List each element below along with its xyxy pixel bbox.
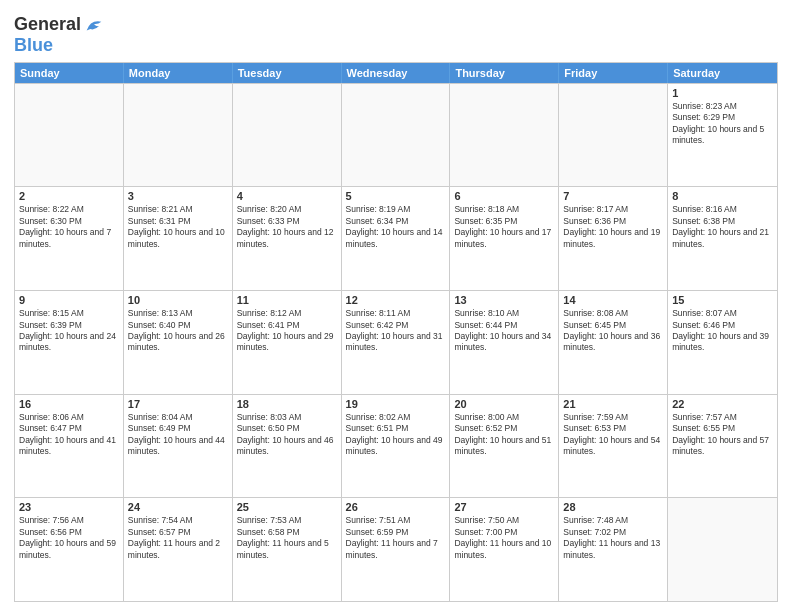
day-info: Sunrise: 8:16 AM Sunset: 6:38 PM Dayligh… bbox=[672, 204, 773, 250]
calendar-cell-6: 6Sunrise: 8:18 AM Sunset: 6:35 PM Daylig… bbox=[450, 187, 559, 290]
day-info: Sunrise: 8:23 AM Sunset: 6:29 PM Dayligh… bbox=[672, 101, 773, 147]
day-info: Sunrise: 8:19 AM Sunset: 6:34 PM Dayligh… bbox=[346, 204, 446, 250]
calendar-cell-empty-4-6 bbox=[668, 498, 777, 601]
calendar: SundayMondayTuesdayWednesdayThursdayFrid… bbox=[14, 62, 778, 602]
calendar-cell-10: 10Sunrise: 8:13 AM Sunset: 6:40 PM Dayli… bbox=[124, 291, 233, 394]
calendar-header: SundayMondayTuesdayWednesdayThursdayFrid… bbox=[15, 63, 777, 83]
day-info: Sunrise: 8:10 AM Sunset: 6:44 PM Dayligh… bbox=[454, 308, 554, 354]
day-info: Sunrise: 8:15 AM Sunset: 6:39 PM Dayligh… bbox=[19, 308, 119, 354]
day-info: Sunrise: 7:56 AM Sunset: 6:56 PM Dayligh… bbox=[19, 515, 119, 561]
calendar-cell-18: 18Sunrise: 8:03 AM Sunset: 6:50 PM Dayli… bbox=[233, 395, 342, 498]
day-info: Sunrise: 8:06 AM Sunset: 6:47 PM Dayligh… bbox=[19, 412, 119, 458]
calendar-cell-empty-0-0 bbox=[15, 84, 124, 187]
calendar-cell-1: 1Sunrise: 8:23 AM Sunset: 6:29 PM Daylig… bbox=[668, 84, 777, 187]
calendar-cell-empty-0-3 bbox=[342, 84, 451, 187]
header-day-thursday: Thursday bbox=[450, 63, 559, 83]
calendar-cell-empty-0-2 bbox=[233, 84, 342, 187]
calendar-row-2: 9Sunrise: 8:15 AM Sunset: 6:39 PM Daylig… bbox=[15, 290, 777, 394]
day-number: 24 bbox=[128, 501, 228, 513]
day-number: 10 bbox=[128, 294, 228, 306]
calendar-row-3: 16Sunrise: 8:06 AM Sunset: 6:47 PM Dayli… bbox=[15, 394, 777, 498]
day-info: Sunrise: 7:54 AM Sunset: 6:57 PM Dayligh… bbox=[128, 515, 228, 561]
calendar-cell-11: 11Sunrise: 8:12 AM Sunset: 6:41 PM Dayli… bbox=[233, 291, 342, 394]
calendar-cell-empty-0-5 bbox=[559, 84, 668, 187]
day-number: 8 bbox=[672, 190, 773, 202]
day-info: Sunrise: 8:08 AM Sunset: 6:45 PM Dayligh… bbox=[563, 308, 663, 354]
day-number: 21 bbox=[563, 398, 663, 410]
day-number: 3 bbox=[128, 190, 228, 202]
logo-text-general: General bbox=[14, 15, 81, 35]
day-number: 2 bbox=[19, 190, 119, 202]
day-number: 16 bbox=[19, 398, 119, 410]
day-number: 13 bbox=[454, 294, 554, 306]
day-number: 7 bbox=[563, 190, 663, 202]
day-info: Sunrise: 8:20 AM Sunset: 6:33 PM Dayligh… bbox=[237, 204, 337, 250]
header-day-tuesday: Tuesday bbox=[233, 63, 342, 83]
day-number: 18 bbox=[237, 398, 337, 410]
day-number: 9 bbox=[19, 294, 119, 306]
day-info: Sunrise: 7:57 AM Sunset: 6:55 PM Dayligh… bbox=[672, 412, 773, 458]
calendar-cell-24: 24Sunrise: 7:54 AM Sunset: 6:57 PM Dayli… bbox=[124, 498, 233, 601]
calendar-cell-17: 17Sunrise: 8:04 AM Sunset: 6:49 PM Dayli… bbox=[124, 395, 233, 498]
day-number: 27 bbox=[454, 501, 554, 513]
logo-bird-icon bbox=[83, 14, 105, 36]
day-info: Sunrise: 8:02 AM Sunset: 6:51 PM Dayligh… bbox=[346, 412, 446, 458]
day-info: Sunrise: 8:17 AM Sunset: 6:36 PM Dayligh… bbox=[563, 204, 663, 250]
calendar-cell-3: 3Sunrise: 8:21 AM Sunset: 6:31 PM Daylig… bbox=[124, 187, 233, 290]
day-number: 5 bbox=[346, 190, 446, 202]
day-info: Sunrise: 8:00 AM Sunset: 6:52 PM Dayligh… bbox=[454, 412, 554, 458]
day-number: 6 bbox=[454, 190, 554, 202]
day-info: Sunrise: 8:11 AM Sunset: 6:42 PM Dayligh… bbox=[346, 308, 446, 354]
calendar-cell-19: 19Sunrise: 8:02 AM Sunset: 6:51 PM Dayli… bbox=[342, 395, 451, 498]
day-number: 28 bbox=[563, 501, 663, 513]
day-info: Sunrise: 7:48 AM Sunset: 7:02 PM Dayligh… bbox=[563, 515, 663, 561]
day-info: Sunrise: 7:51 AM Sunset: 6:59 PM Dayligh… bbox=[346, 515, 446, 561]
day-number: 1 bbox=[672, 87, 773, 99]
calendar-cell-14: 14Sunrise: 8:08 AM Sunset: 6:45 PM Dayli… bbox=[559, 291, 668, 394]
day-info: Sunrise: 8:12 AM Sunset: 6:41 PM Dayligh… bbox=[237, 308, 337, 354]
calendar-cell-12: 12Sunrise: 8:11 AM Sunset: 6:42 PM Dayli… bbox=[342, 291, 451, 394]
day-info: Sunrise: 8:21 AM Sunset: 6:31 PM Dayligh… bbox=[128, 204, 228, 250]
day-info: Sunrise: 8:22 AM Sunset: 6:30 PM Dayligh… bbox=[19, 204, 119, 250]
calendar-cell-7: 7Sunrise: 8:17 AM Sunset: 6:36 PM Daylig… bbox=[559, 187, 668, 290]
calendar-cell-20: 20Sunrise: 8:00 AM Sunset: 6:52 PM Dayli… bbox=[450, 395, 559, 498]
day-number: 15 bbox=[672, 294, 773, 306]
calendar-cell-empty-0-1 bbox=[124, 84, 233, 187]
day-number: 25 bbox=[237, 501, 337, 513]
calendar-cell-23: 23Sunrise: 7:56 AM Sunset: 6:56 PM Dayli… bbox=[15, 498, 124, 601]
day-info: Sunrise: 8:04 AM Sunset: 6:49 PM Dayligh… bbox=[128, 412, 228, 458]
header-day-sunday: Sunday bbox=[15, 63, 124, 83]
header-day-wednesday: Wednesday bbox=[342, 63, 451, 83]
day-info: Sunrise: 7:53 AM Sunset: 6:58 PM Dayligh… bbox=[237, 515, 337, 561]
header-day-friday: Friday bbox=[559, 63, 668, 83]
day-info: Sunrise: 7:59 AM Sunset: 6:53 PM Dayligh… bbox=[563, 412, 663, 458]
calendar-cell-9: 9Sunrise: 8:15 AM Sunset: 6:39 PM Daylig… bbox=[15, 291, 124, 394]
calendar-cell-16: 16Sunrise: 8:06 AM Sunset: 6:47 PM Dayli… bbox=[15, 395, 124, 498]
calendar-cell-15: 15Sunrise: 8:07 AM Sunset: 6:46 PM Dayli… bbox=[668, 291, 777, 394]
day-number: 20 bbox=[454, 398, 554, 410]
day-info: Sunrise: 8:07 AM Sunset: 6:46 PM Dayligh… bbox=[672, 308, 773, 354]
day-number: 22 bbox=[672, 398, 773, 410]
header-day-monday: Monday bbox=[124, 63, 233, 83]
day-info: Sunrise: 8:13 AM Sunset: 6:40 PM Dayligh… bbox=[128, 308, 228, 354]
calendar-cell-26: 26Sunrise: 7:51 AM Sunset: 6:59 PM Dayli… bbox=[342, 498, 451, 601]
calendar-cell-13: 13Sunrise: 8:10 AM Sunset: 6:44 PM Dayli… bbox=[450, 291, 559, 394]
calendar-cell-22: 22Sunrise: 7:57 AM Sunset: 6:55 PM Dayli… bbox=[668, 395, 777, 498]
day-number: 14 bbox=[563, 294, 663, 306]
day-number: 26 bbox=[346, 501, 446, 513]
calendar-row-4: 23Sunrise: 7:56 AM Sunset: 6:56 PM Dayli… bbox=[15, 497, 777, 601]
day-number: 19 bbox=[346, 398, 446, 410]
logo: General Blue bbox=[14, 14, 105, 56]
day-number: 17 bbox=[128, 398, 228, 410]
header-day-saturday: Saturday bbox=[668, 63, 777, 83]
calendar-cell-28: 28Sunrise: 7:48 AM Sunset: 7:02 PM Dayli… bbox=[559, 498, 668, 601]
day-number: 23 bbox=[19, 501, 119, 513]
calendar-cell-4: 4Sunrise: 8:20 AM Sunset: 6:33 PM Daylig… bbox=[233, 187, 342, 290]
calendar-cell-27: 27Sunrise: 7:50 AM Sunset: 7:00 PM Dayli… bbox=[450, 498, 559, 601]
page-header: General Blue bbox=[14, 10, 778, 56]
day-info: Sunrise: 8:18 AM Sunset: 6:35 PM Dayligh… bbox=[454, 204, 554, 250]
calendar-cell-21: 21Sunrise: 7:59 AM Sunset: 6:53 PM Dayli… bbox=[559, 395, 668, 498]
calendar-cell-8: 8Sunrise: 8:16 AM Sunset: 6:38 PM Daylig… bbox=[668, 187, 777, 290]
calendar-row-0: 1Sunrise: 8:23 AM Sunset: 6:29 PM Daylig… bbox=[15, 83, 777, 187]
calendar-body: 1Sunrise: 8:23 AM Sunset: 6:29 PM Daylig… bbox=[15, 83, 777, 601]
